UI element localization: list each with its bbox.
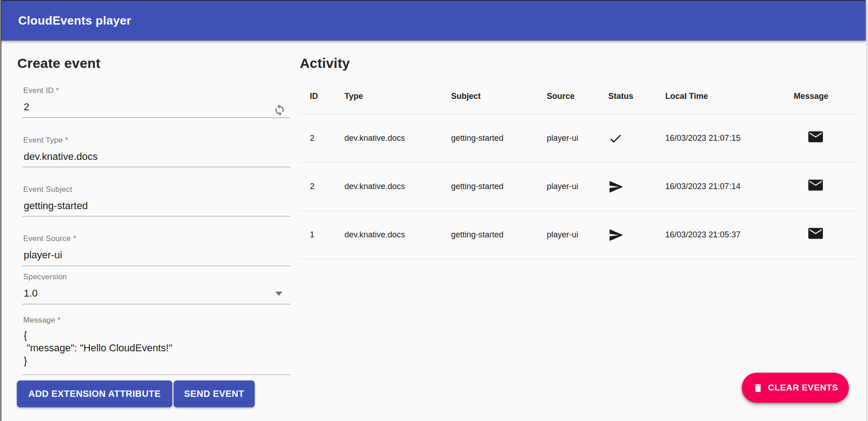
message-field[interactable]: Message * { "message": "Hello CloudEvent… bbox=[22, 316, 290, 367]
event-source-field[interactable]: Event Source * player-ui bbox=[22, 234, 290, 261]
event-type-label: Event Type * bbox=[22, 136, 290, 145]
column-header-source: Source bbox=[547, 92, 608, 101]
table-row: 1 dev.knative.docs getting-started playe… bbox=[299, 211, 858, 259]
event-id-label: Event ID * bbox=[22, 86, 290, 95]
cell-message bbox=[794, 131, 858, 146]
cell-local-time: 16/03/2023 21:07:15 bbox=[665, 133, 794, 143]
cell-id: 2 bbox=[299, 182, 344, 191]
activity-table: ID Type Subject Source Status Local Time… bbox=[299, 78, 858, 259]
chevron-down-icon[interactable] bbox=[275, 292, 282, 296]
event-subject-input[interactable]: getting-started bbox=[22, 200, 290, 212]
window-left-border bbox=[0, 0, 1, 421]
status-received-icon bbox=[608, 131, 665, 146]
cell-subject: getting-started bbox=[451, 133, 547, 143]
send-event-button[interactable]: SEND EVENT bbox=[174, 380, 255, 407]
create-event-heading: Create event bbox=[17, 56, 101, 71]
email-icon[interactable] bbox=[808, 233, 823, 242]
event-source-input[interactable]: player-ui bbox=[22, 249, 290, 261]
specversion-underline bbox=[22, 304, 290, 304]
cell-message bbox=[794, 180, 858, 194]
column-header-local-time: Local Time bbox=[665, 92, 794, 101]
app-title: CloudEvents player bbox=[18, 14, 131, 28]
cell-source: player-ui bbox=[547, 230, 608, 240]
email-icon[interactable] bbox=[808, 136, 823, 145]
cell-type: dev.knative.docs bbox=[344, 182, 451, 191]
event-id-input[interactable]: 2 bbox=[22, 101, 290, 113]
cell-local-time: 16/03/2023 21:05:37 bbox=[665, 230, 794, 240]
activity-table-header: ID Type Subject Source Status Local Time… bbox=[299, 78, 858, 114]
cell-subject: getting-started bbox=[451, 230, 547, 240]
window-right-border bbox=[867, 0, 867, 421]
cell-source: player-ui bbox=[547, 133, 608, 143]
column-header-status: Status bbox=[608, 92, 665, 101]
email-icon[interactable] bbox=[808, 185, 823, 194]
cell-message bbox=[794, 228, 858, 242]
clear-events-button[interactable]: CLEAR EVENTS bbox=[742, 373, 849, 403]
event-source-underline bbox=[22, 266, 290, 266]
event-type-input[interactable]: dev.knative.docs bbox=[22, 151, 290, 163]
app-bar: CloudEvents player bbox=[1, 0, 866, 41]
activity-heading: Activity bbox=[300, 56, 350, 71]
specversion-label: Specversion bbox=[22, 272, 290, 282]
specversion-field[interactable]: Specversion 1.0 bbox=[22, 272, 290, 299]
trash-icon bbox=[753, 383, 763, 393]
message-underline bbox=[22, 375, 290, 375]
message-label: Message * bbox=[22, 316, 290, 325]
event-subject-field[interactable]: Event Subject getting-started bbox=[22, 185, 290, 212]
event-subject-underline bbox=[22, 216, 290, 216]
event-type-underline bbox=[22, 167, 290, 167]
event-subject-label: Event Subject bbox=[22, 185, 290, 194]
add-extension-attribute-button[interactable]: ADD EXTENSION ATTRIBUTE bbox=[17, 380, 172, 407]
status-sent-icon bbox=[608, 227, 665, 243]
status-sent-icon bbox=[608, 179, 665, 195]
refresh-icon[interactable] bbox=[273, 104, 286, 118]
cell-id: 2 bbox=[299, 133, 344, 143]
event-source-label: Event Source * bbox=[22, 234, 290, 243]
event-type-field[interactable]: Event Type * dev.knative.docs bbox=[22, 136, 290, 163]
column-header-type: Type bbox=[344, 92, 451, 101]
message-textarea[interactable]: { "message": "Hello CloudEvents!" } bbox=[22, 329, 290, 367]
table-divider bbox=[299, 259, 858, 259]
event-id-underline bbox=[22, 118, 290, 118]
cell-subject: getting-started bbox=[451, 182, 547, 191]
clear-events-label: CLEAR EVENTS bbox=[768, 383, 838, 393]
specversion-select[interactable]: 1.0 bbox=[22, 288, 290, 299]
cell-id: 1 bbox=[299, 230, 344, 240]
cell-source: player-ui bbox=[547, 182, 608, 191]
column-header-message: Message bbox=[794, 92, 858, 101]
event-id-field[interactable]: Event ID * 2 bbox=[22, 86, 290, 113]
column-header-id: ID bbox=[299, 92, 344, 101]
cell-local-time: 16/03/2023 21:07:14 bbox=[665, 182, 794, 191]
cell-type: dev.knative.docs bbox=[344, 133, 451, 143]
cell-type: dev.knative.docs bbox=[344, 230, 451, 240]
column-header-subject: Subject bbox=[451, 92, 547, 101]
table-row: 2 dev.knative.docs getting-started playe… bbox=[299, 114, 858, 162]
table-row: 2 dev.knative.docs getting-started playe… bbox=[299, 163, 858, 210]
